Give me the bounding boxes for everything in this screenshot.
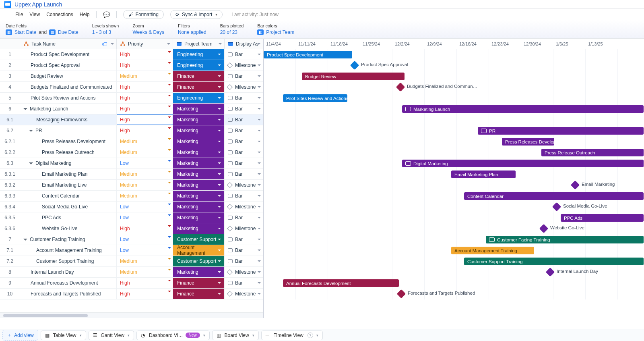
- menu-view[interactable]: View: [29, 12, 40, 17]
- chevron-down-icon[interactable]: [257, 43, 260, 45]
- gantt-bar[interactable]: PR: [478, 127, 644, 135]
- team-cell[interactable]: Customer Support: [173, 256, 225, 266]
- chevron-down-icon[interactable]: ▾: [316, 333, 318, 337]
- team-cell[interactable]: Customer Support: [173, 234, 225, 245]
- task-cell[interactable]: Content Calendar: [20, 191, 117, 201]
- gantt-bar[interactable]: Marketing Launch: [402, 105, 644, 113]
- help-icon[interactable]: ?: [308, 333, 313, 338]
- chevron-down-icon[interactable]: [258, 195, 261, 197]
- display-cell[interactable]: Bar: [225, 49, 263, 60]
- table-row[interactable]: 6.3.6Website Go-LiveHighMarketingMilesto…: [0, 223, 263, 234]
- task-cell[interactable]: Pilot Sites Review and Actions: [20, 93, 117, 103]
- task-cell[interactable]: Email Marketing Live: [20, 180, 117, 190]
- priority-cell[interactable]: High: [117, 93, 173, 103]
- chevron-down-icon[interactable]: [168, 204, 171, 205]
- display-cell[interactable]: Milestone: [225, 202, 263, 212]
- chevron-down-icon[interactable]: [258, 75, 261, 77]
- display-cell[interactable]: Milestone: [225, 267, 263, 277]
- table-row[interactable]: 7.2Customer Support TrainingMediumCustom…: [0, 256, 263, 267]
- priority-cell[interactable]: Medium: [117, 71, 173, 81]
- display-cell[interactable]: Bar: [225, 191, 263, 201]
- team-cell[interactable]: Engineering: [173, 60, 225, 71]
- table-row[interactable]: 9Annual Forecasts DevelopmentHighFinance…: [0, 278, 263, 289]
- cfg-zoom[interactable]: Zoom Weeks & Days: [132, 23, 164, 35]
- chevron-down-icon[interactable]: [168, 84, 171, 85]
- task-cell[interactable]: Email Marketing Plan: [20, 169, 117, 179]
- chevron-down-icon[interactable]: [168, 280, 171, 281]
- team-cell[interactable]: Engineering: [173, 49, 225, 60]
- table-row[interactable]: 6Marketing LaunchHighMarketingBar: [0, 104, 263, 114]
- tab-gantt-view[interactable]: ☰ Gantt View ▾: [89, 331, 134, 340]
- scroll-thumb[interactable]: [3, 314, 88, 317]
- cfg-levels[interactable]: Levels shown 1 - 3 of 3: [92, 23, 119, 35]
- display-cell[interactable]: Bar: [225, 147, 263, 158]
- chevron-down-icon[interactable]: [258, 173, 261, 175]
- task-cell[interactable]: Press Release Outreach: [20, 147, 117, 158]
- gantt-bar[interactable]: Budget Review: [302, 73, 405, 80]
- chevron-down-icon[interactable]: [168, 51, 171, 53]
- table-row[interactable]: 6.3.5PPC AdsLowMarketingBar: [0, 212, 263, 223]
- team-cell[interactable]: Account Management: [173, 245, 225, 256]
- chevron-down-icon[interactable]: [258, 162, 261, 164]
- chevron-down-icon[interactable]: ▾: [80, 333, 82, 337]
- chevron-down-icon[interactable]: [258, 184, 261, 186]
- chevron-down-icon[interactable]: [168, 182, 171, 183]
- team-cell[interactable]: Marketing: [173, 125, 225, 136]
- table-row[interactable]: 5Pilot Sites Review and ActionsHighEngin…: [0, 93, 263, 104]
- priority-cell[interactable]: High: [117, 125, 173, 136]
- display-cell[interactable]: Milestone: [225, 289, 263, 299]
- col-priority[interactable]: Priority: [117, 39, 173, 49]
- table-row[interactable]: 8Internal Launch DayMediumMarketingMiles…: [0, 267, 263, 278]
- gantt-bar[interactable]: Content Calendar: [464, 192, 644, 200]
- priority-cell[interactable]: High: [117, 82, 173, 92]
- chevron-down-icon[interactable]: [258, 54, 261, 55]
- tag-icon[interactable]: 🏷: [102, 41, 107, 47]
- chevron-down-icon[interactable]: [258, 97, 261, 99]
- table-row[interactable]: 6.2.2Press Release OutreachMediumMarketi…: [0, 147, 263, 158]
- col-display[interactable]: Display As: [225, 39, 263, 49]
- tab-timeline-view[interactable]: ═ Timeline View ? ▾: [261, 331, 323, 340]
- formatting-button[interactable]: 🖌 Formatting: [123, 10, 164, 19]
- table-row[interactable]: 3Budget ReviewMediumFinanceBar: [0, 71, 263, 82]
- gantt-bar[interactable]: Email Marketing Plan: [451, 170, 516, 178]
- chevron-down-icon[interactable]: [168, 106, 171, 107]
- display-cell[interactable]: Bar: [225, 104, 263, 114]
- priority-cell[interactable]: Low: [117, 202, 173, 212]
- chevron-down-icon[interactable]: ▾: [203, 333, 205, 337]
- chevron-down-icon[interactable]: [168, 171, 171, 173]
- add-view-button[interactable]: ＋ Add view: [2, 330, 38, 341]
- chevron-down-icon[interactable]: ▾: [252, 333, 254, 337]
- table-row[interactable]: 6.1Messaging FrameworksHighMarketingBar: [0, 114, 263, 125]
- team-cell[interactable]: Marketing: [173, 223, 225, 234]
- team-cell[interactable]: Marketing: [173, 147, 225, 158]
- chevron-down-icon[interactable]: [168, 127, 171, 129]
- chevron-down-icon[interactable]: [258, 141, 261, 142]
- chevron-down-icon[interactable]: [258, 86, 261, 88]
- team-cell[interactable]: Marketing: [173, 202, 225, 212]
- task-cell[interactable]: Messaging Frameworks: [20, 114, 117, 125]
- gantt-bar[interactable]: Annual Forecasts Development: [283, 279, 399, 287]
- task-cell[interactable]: Marketing Launch: [20, 104, 117, 114]
- task-cell[interactable]: Account Management Training: [20, 245, 117, 256]
- display-cell[interactable]: Bar: [225, 278, 263, 288]
- display-cell[interactable]: Bar: [225, 234, 263, 245]
- display-cell[interactable]: Bar: [225, 93, 263, 103]
- priority-cell[interactable]: Medium: [117, 256, 173, 266]
- task-cell[interactable]: PPC Ads: [20, 212, 117, 223]
- priority-cell[interactable]: High: [117, 289, 173, 299]
- chevron-down-icon[interactable]: ▾: [128, 333, 130, 337]
- chevron-down-icon[interactable]: [168, 225, 171, 227]
- team-cell[interactable]: Marketing: [173, 191, 225, 201]
- chevron-down-icon[interactable]: [258, 64, 261, 66]
- gantt-bar[interactable]: Customer Facing Training: [486, 236, 644, 243]
- chevron-down-icon[interactable]: [168, 95, 171, 96]
- chevron-down-icon[interactable]: [168, 73, 171, 75]
- chevron-down-icon[interactable]: [258, 206, 261, 208]
- task-cell[interactable]: Customer Facing Training: [20, 234, 117, 245]
- priority-cell[interactable]: Medium: [117, 147, 173, 158]
- gantt-milestone[interactable]: [552, 202, 561, 212]
- priority-cell[interactable]: High: [117, 49, 173, 60]
- table-row[interactable]: 6.2.1Press Releases DevelopmentMediumMar…: [0, 136, 263, 147]
- priority-cell[interactable]: Low: [117, 158, 173, 168]
- chevron-down-icon[interactable]: [258, 152, 261, 153]
